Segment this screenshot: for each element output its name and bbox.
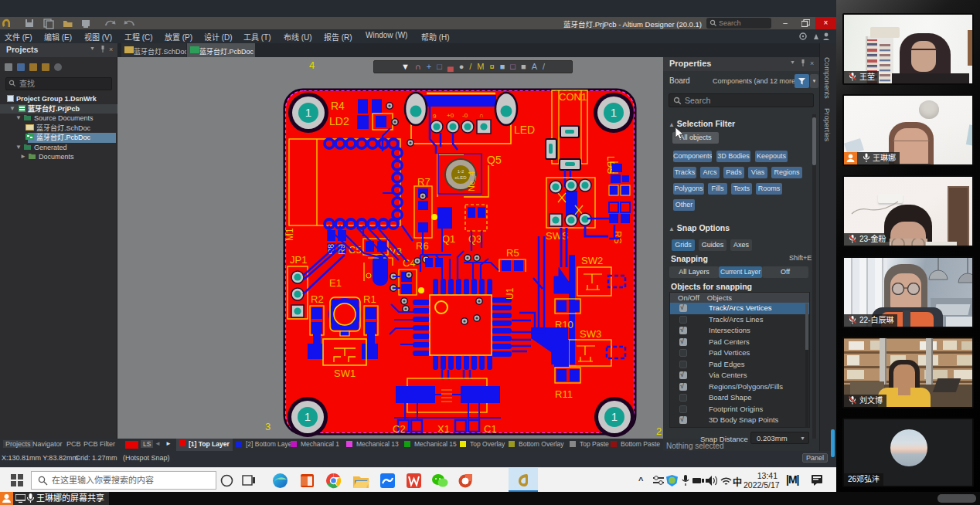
svg-text:4: 4 [309, 59, 315, 71]
svg-text:9: 9 [433, 113, 437, 120]
svg-text:E1: E1 [329, 277, 342, 289]
svg-text:SW3: SW3 [580, 328, 601, 340]
svg-text:eLED: eLED [454, 175, 467, 180]
svg-text:LD2: LD2 [329, 115, 349, 127]
svg-text:1-2: 1-2 [458, 169, 464, 174]
svg-text:U1: U1 [505, 287, 516, 300]
svg-text:SW1: SW1 [334, 368, 356, 379]
svg-text:JP1: JP1 [290, 254, 307, 266]
svg-text:R5: R5 [506, 247, 519, 259]
svg-text:LED: LED [514, 124, 535, 136]
svg-text:∩: ∩ [479, 112, 484, 119]
svg-text:SW2: SW2 [581, 255, 603, 266]
svg-text:R1: R1 [363, 293, 376, 305]
svg-text:Q1: Q1 [442, 233, 455, 245]
svg-text:R2: R2 [311, 293, 324, 305]
svg-text:3: 3 [265, 421, 271, 432]
svg-text:2: 2 [656, 425, 662, 437]
svg-text:SWS: SWS [546, 230, 569, 242]
svg-text:CON1: CON1 [559, 91, 587, 103]
svg-text:Ne_4: Ne_4 [467, 171, 476, 191]
svg-text:C2: C2 [393, 423, 406, 435]
svg-text:R11: R11 [555, 388, 573, 400]
svg-text:R4: R4 [331, 100, 345, 112]
svg-text:Q5: Q5 [487, 154, 502, 166]
svg-text:C1: C1 [484, 423, 497, 435]
svg-text:M1: M1 [284, 228, 295, 241]
svg-text:-0: -0 [462, 112, 468, 119]
svg-text:Q3: Q3 [468, 233, 481, 245]
svg-text:X1: X1 [437, 423, 450, 435]
svg-text:+0: +0 [447, 112, 454, 119]
